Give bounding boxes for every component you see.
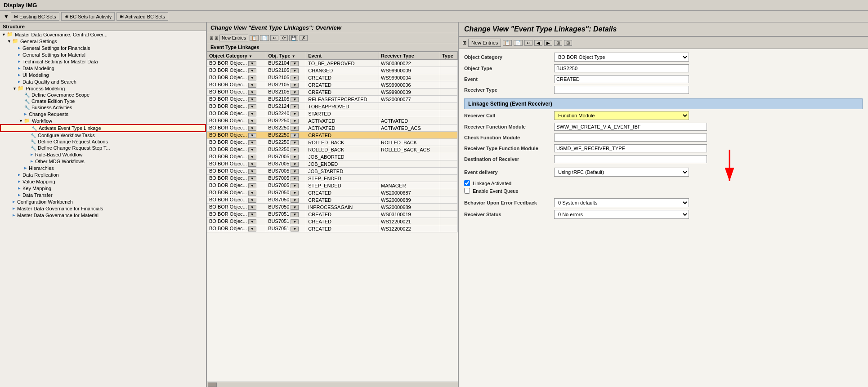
table-row[interactable]: BO BOR Objec... ▼BUS7005 ▼JOB_STARTED <box>207 168 458 175</box>
tree-item-mdg-material[interactable]: ▸Master Data Governance for Material <box>0 212 206 218</box>
obj-type-dropdown-4[interactable]: ▼ <box>291 90 299 95</box>
table-row[interactable]: BO BOR Objec... ▼BUS2250 ▼CREATED <box>207 132 458 139</box>
obj-cat-dropdown-3[interactable]: ▼ <box>248 83 256 88</box>
obj-cat-dropdown-16[interactable]: ▼ <box>248 176 256 181</box>
obj-type-dropdown-6[interactable]: ▼ <box>291 104 299 109</box>
tree-item-configure-workflow[interactable]: 🔧Configure Workflow Tasks <box>0 132 206 138</box>
obj-cat-dropdown-9[interactable]: ▼ <box>248 126 256 131</box>
obj-cat-dropdown-21[interactable]: ▼ <box>248 212 256 217</box>
tree-item-key-mapping[interactable]: ▸Key Mapping <box>0 185 206 191</box>
table-row[interactable]: BO BOR Objec... ▼BUS2105 ▼CREATEDWS99900… <box>207 89 458 96</box>
copy-btn-right[interactable]: 📋 <box>503 40 512 46</box>
behavior-error-select[interactable]: 0 System defaults <box>554 198 689 207</box>
new-entries-btn-right[interactable]: New Entries <box>468 39 501 47</box>
obj-cat-dropdown-6[interactable]: ▼ <box>248 104 256 109</box>
event-input[interactable] <box>554 75 689 83</box>
receiver-type-function-input[interactable] <box>554 144 707 152</box>
h-scrollbar[interactable] <box>207 382 458 387</box>
event-delivery-select[interactable]: Using tRFC (Default) <box>554 168 689 177</box>
tree-item-mdg-financials[interactable]: ▸Master Data Governance for Financials <box>0 205 206 212</box>
tree-item-activate-event[interactable]: 🔧Activate Event Type Linkage <box>0 124 206 132</box>
table-row[interactable]: BO BOR Objec... ▼BUS2104 ▼TO_BE_APPROVED… <box>207 60 458 67</box>
obj-type-dropdown-23[interactable]: ▼ <box>291 227 299 231</box>
obj-type-dropdown-5[interactable]: ▼ <box>291 97 299 102</box>
tree-item-data-modeling[interactable]: ▸Data Modeling <box>0 65 206 71</box>
obj-cat-dropdown-19[interactable]: ▼ <box>248 198 256 203</box>
tree-arrow-process-modeling[interactable]: ▼ <box>13 86 17 91</box>
tree-item-define-governance[interactable]: 🔧Define Governance Scope <box>0 92 206 98</box>
obj-type-dropdown-2[interactable]: ▼ <box>291 76 299 80</box>
obj-cat-dropdown-18[interactable]: ▼ <box>248 191 256 196</box>
obj-type-dropdown-17[interactable]: ▼ <box>291 183 299 188</box>
tree-item-change-requests[interactable]: ▸Change Requests <box>0 111 206 117</box>
obj-type-input[interactable] <box>554 64 689 72</box>
obj-cat-dropdown-22[interactable]: ▼ <box>248 219 256 224</box>
obj-cat-dropdown-17[interactable]: ▼ <box>248 183 256 188</box>
tree-item-define-change-request[interactable]: 🔧Define Change Request Actions <box>0 138 206 145</box>
receiver-type-input[interactable] <box>554 86 689 94</box>
save-btn-middle[interactable]: 💾 <box>289 35 298 41</box>
tree-arrow-general-settings[interactable]: ▼ <box>7 39 11 44</box>
enable-event-queue-checkbox[interactable] <box>464 188 470 194</box>
obj-type-dropdown-16[interactable]: ▼ <box>291 176 299 181</box>
obj-type-dropdown-7[interactable]: ▼ <box>291 111 299 116</box>
obj-type-dropdown-18[interactable]: ▼ <box>291 191 299 196</box>
table-row[interactable]: BO BOR Objec... ▼BUS7005 ▼STEP_ENDEDMANA… <box>207 182 458 189</box>
tree-item-config-workbench[interactable]: ▸Configuration Workbench <box>0 198 206 205</box>
tree-item-technical-settings[interactable]: ▸Technical Settings for Master Data <box>0 58 206 65</box>
extra-btn-right[interactable]: ⊞ <box>554 40 562 46</box>
obj-type-dropdown-15[interactable]: ▼ <box>291 169 299 174</box>
obj-type-dropdown-8[interactable]: ▼ <box>291 119 299 124</box>
check-function-input[interactable] <box>554 133 707 142</box>
obj-type-dropdown-19[interactable]: ▼ <box>291 198 299 203</box>
col-obj-cat[interactable]: Object Category ▼ <box>207 52 266 60</box>
table-row[interactable]: BO BOR Objec... ▼BUS2250 ▼ACTIVATEDACTIV… <box>207 125 458 132</box>
tree-item-general-settings[interactable]: ▼📁General Settings <box>0 38 206 44</box>
obj-cat-dropdown-7[interactable]: ▼ <box>248 111 256 116</box>
col-receiver[interactable]: Receiver Type <box>379 52 440 60</box>
prev-btn-right[interactable]: ◀ <box>534 40 542 46</box>
table-row[interactable]: BO BOR Objec... ▼BUS2105 ▼CHANGEDWS99900… <box>207 67 458 74</box>
obj-type-dropdown-9[interactable]: ▼ <box>291 126 299 131</box>
tree-item-rule-based[interactable]: ▸Rule-Based Workflow <box>0 151 206 158</box>
table-row[interactable]: BO BOR Objec... ▼BUS2124 ▼TOBEAPPROVED <box>207 103 458 110</box>
tree-item-process-modeling[interactable]: ▼📁Process Modeling <box>0 85 206 92</box>
obj-cat-dropdown-20[interactable]: ▼ <box>248 205 256 210</box>
obj-cat-dropdown-12[interactable]: ▼ <box>248 147 256 152</box>
table-row[interactable]: BO BOR Objec... ▼BUS7050 ▼INPROCESSAGAIN… <box>207 204 458 211</box>
linkage-activated-checkbox[interactable] <box>464 180 470 186</box>
obj-type-dropdown-20[interactable]: ▼ <box>291 205 299 210</box>
tree-item-other-mdg[interactable]: ▸Other MDG Workflows <box>0 158 206 165</box>
tree-item-root[interactable]: ▼📁Master Data Governance, Central Gover.… <box>0 31 206 38</box>
obj-type-dropdown-14[interactable]: ▼ <box>291 162 299 167</box>
obj-cat-dropdown-13[interactable]: ▼ <box>248 155 256 160</box>
table-row[interactable]: BO BOR Objec... ▼BUS7051 ▼CREATEDWS03100… <box>207 211 458 218</box>
table-row[interactable]: BO BOR Objec... ▼BUS7005 ▼JOB_ABORTED <box>207 153 458 160</box>
receiver-call-select[interactable]: Function Module <box>554 111 689 120</box>
obj-cat-dropdown-0[interactable]: ▼ <box>248 61 256 66</box>
tree-arrow-workflow[interactable]: ▼ <box>19 119 23 123</box>
obj-type-dropdown-21[interactable]: ▼ <box>291 212 299 217</box>
paste-btn-middle[interactable]: 📄 <box>260 35 269 41</box>
existing-bc-sets-btn[interactable]: ⊞ Existing BC Sets <box>11 12 59 21</box>
tree-item-ui-modeling[interactable]: ▸UI Modeling <box>0 71 206 78</box>
tree-item-business-activities[interactable]: 🔧Business Activities <box>0 104 206 111</box>
cancel-btn-middle[interactable]: ✗ <box>300 35 308 41</box>
table-row[interactable]: BO BOR Objec... ▼BUS2105 ▼CREATEDWS99900… <box>207 74 458 81</box>
new-entries-btn-middle[interactable]: New Entries <box>219 35 248 41</box>
obj-type-dropdown-3[interactable]: ▼ <box>291 83 299 88</box>
paste-btn-right[interactable]: 📄 <box>514 40 523 46</box>
obj-cat-dropdown-8[interactable]: ▼ <box>248 119 256 124</box>
obj-type-dropdown-13[interactable]: ▼ <box>291 155 299 160</box>
obj-cat-dropdown-10[interactable]: ▼ <box>248 133 256 138</box>
tree-arrow-root[interactable]: ▼ <box>2 32 6 37</box>
obj-type-dropdown-1[interactable]: ▼ <box>291 68 299 73</box>
obj-cat-dropdown-5[interactable]: ▼ <box>248 97 256 102</box>
obj-type-dropdown-22[interactable]: ▼ <box>291 219 299 224</box>
obj-cat-dropdown-15[interactable]: ▼ <box>248 169 256 174</box>
receiver-status-select[interactable]: 0 No errors <box>554 210 689 219</box>
table-row[interactable]: BO BOR Objec... ▼BUS7005 ▼JOB_ENDED <box>207 160 458 168</box>
obj-type-dropdown-10[interactable]: ▼ <box>291 133 299 138</box>
obj-type-dropdown-12[interactable]: ▼ <box>291 147 299 152</box>
col-type[interactable]: Type <box>440 52 457 60</box>
